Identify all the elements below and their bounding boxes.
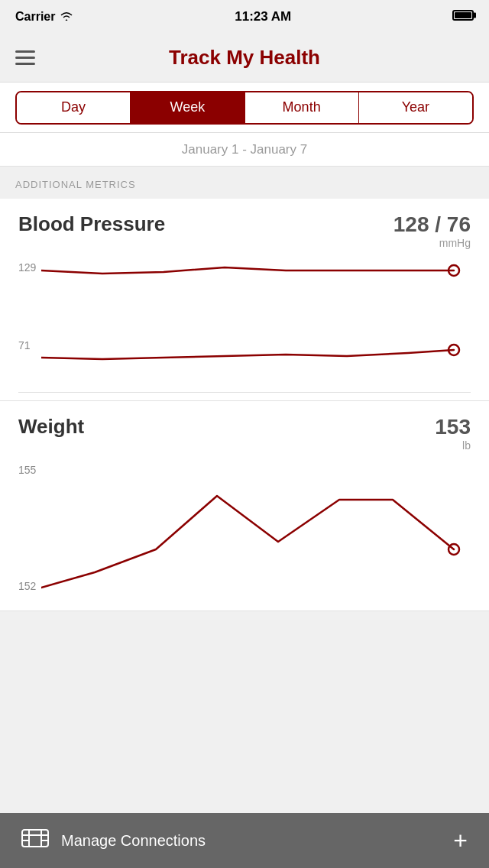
blood-pressure-value-block: 128 / 76 mmHg <box>393 212 471 249</box>
weight-value-block: 153 lb <box>435 415 471 452</box>
tab-year[interactable]: Year <box>359 92 472 123</box>
date-range-bar: January 1 - January 7 <box>0 133 489 167</box>
app-title: Track My Health <box>169 46 320 70</box>
status-left: Carrier <box>15 10 73 24</box>
weight-header: Weight 153 lb <box>18 415 471 452</box>
blood-pressure-card: Blood Pressure 128 / 76 mmHg 129 71 <box>0 199 489 401</box>
tab-container: Day Week Month Year <box>15 91 474 125</box>
bp-diastolic-label: 71 <box>18 339 31 351</box>
bp-diastolic-chart: 71 <box>18 332 471 393</box>
wifi-icon <box>60 11 73 24</box>
blood-pressure-value: 128 / 76 <box>393 212 471 237</box>
section-header: ADDITIONAL METRICS <box>0 167 489 199</box>
tab-bar: Day Week Month Year <box>0 83 489 133</box>
status-time: 11:23 AM <box>235 9 291 24</box>
weight-card: Weight 153 lb 155 152 <box>0 401 489 611</box>
carrier-label: Carrier <box>15 10 55 24</box>
menu-button[interactable] <box>15 50 35 65</box>
menu-line-3 <box>15 63 35 65</box>
bp-systolic-label: 129 <box>18 261 36 274</box>
tab-month[interactable]: Month <box>245 92 359 123</box>
weight-title: Weight <box>18 415 84 439</box>
weight-chart: 155 152 <box>18 458 471 611</box>
manage-connections-icon <box>21 827 49 855</box>
bottom-bar-left: Manage Connections <box>21 827 206 855</box>
tab-day[interactable]: Day <box>17 92 131 123</box>
weight-top-label: 155 <box>18 464 36 476</box>
menu-line-1 <box>15 50 35 53</box>
bottom-bar[interactable]: Manage Connections + <box>0 813 489 868</box>
section-header-text: ADDITIONAL METRICS <box>15 179 136 190</box>
app-header: Track My Health <box>0 34 489 83</box>
add-button[interactable]: + <box>453 827 468 855</box>
weight-unit: lb <box>435 439 471 452</box>
status-bar: Carrier 11:23 AM <box>0 0 489 34</box>
svg-rect-3 <box>22 830 48 847</box>
manage-connections-label: Manage Connections <box>61 832 206 850</box>
bp-systolic-chart: 129 <box>18 255 471 316</box>
date-range-text: January 1 - January 7 <box>182 142 307 157</box>
menu-line-2 <box>15 57 35 59</box>
weight-bottom-label: 152 <box>18 580 36 592</box>
weight-value: 153 <box>435 415 471 439</box>
tab-week[interactable]: Week <box>131 92 244 123</box>
blood-pressure-title: Blood Pressure <box>18 212 165 236</box>
battery-icon <box>452 10 474 24</box>
blood-pressure-unit: mmHg <box>393 237 471 249</box>
blood-pressure-header: Blood Pressure 128 / 76 mmHg <box>18 212 471 249</box>
